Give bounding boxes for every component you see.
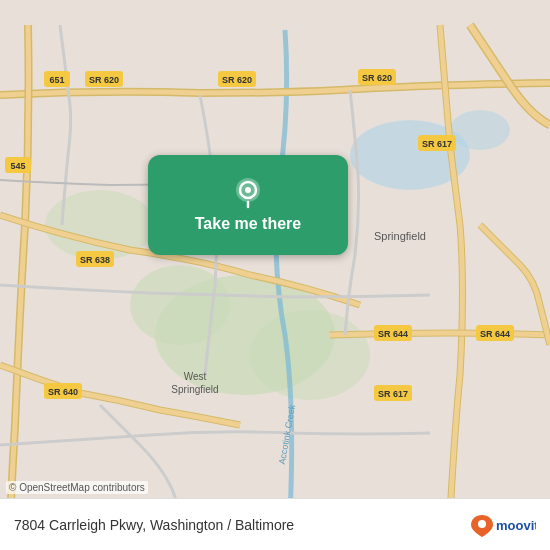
svg-point-4 [250,310,370,400]
osm-credit-text: © OpenStreetMap contributors [9,482,145,493]
svg-text:moovit: moovit [496,518,536,533]
address-text: 7804 Carrleigh Pkwy, Washington / Baltim… [14,517,294,533]
take-me-there-button[interactable]: Take me there [148,155,348,255]
svg-text:SR 644: SR 644 [378,329,408,339]
svg-text:SR 617: SR 617 [422,139,452,149]
moovit-logo-svg: moovit [466,511,536,539]
svg-text:SR 620: SR 620 [222,75,252,85]
svg-text:SR 620: SR 620 [89,75,119,85]
svg-point-1 [450,110,510,150]
svg-text:SR 620: SR 620 [362,73,392,83]
svg-point-35 [478,520,486,528]
bottom-bar: 7804 Carrleigh Pkwy, Washington / Baltim… [0,498,550,550]
svg-text:651: 651 [49,75,64,85]
map-container: SR 620 SR 620 SR 620 SR 617 SR 638 SR 64… [0,0,550,550]
location-pin-icon [232,177,264,209]
take-me-there-label: Take me there [195,215,301,233]
svg-text:SR 617: SR 617 [378,389,408,399]
svg-text:SR 644: SR 644 [480,329,510,339]
map-svg: SR 620 SR 620 SR 620 SR 617 SR 638 SR 64… [0,0,550,550]
svg-text:Springfield: Springfield [374,230,426,242]
osm-credit: © OpenStreetMap contributors [6,481,148,494]
svg-point-34 [245,187,251,193]
moovit-logo: moovit [466,511,536,539]
svg-text:SR 638: SR 638 [80,255,110,265]
svg-text:West: West [184,371,207,382]
svg-text:Springfield: Springfield [171,384,218,395]
svg-text:545: 545 [10,161,25,171]
svg-text:SR 640: SR 640 [48,387,78,397]
